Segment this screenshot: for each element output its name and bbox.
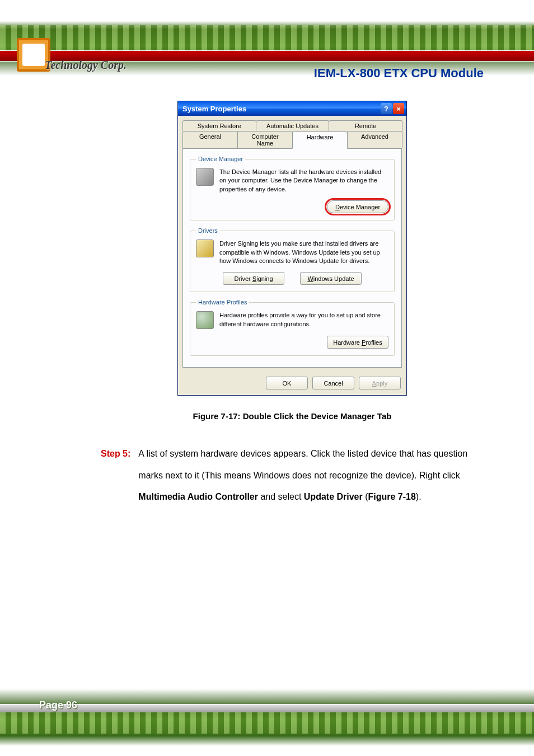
close-icon[interactable]: × [393,103,404,114]
apply-button[interactable]: Apply [359,377,401,389]
system-properties-dialog: System Properties ? × System Restore Aut… [177,101,407,396]
tab-system-restore[interactable]: System Restore [182,120,256,131]
step-text: A list of system hardware devices appear… [138,443,484,508]
hardware-profile-icon [196,311,214,329]
device-manager-legend: Device Manager [196,156,245,162]
drivers-legend: Drivers [196,227,220,234]
page-number: Page 96 [39,699,77,711]
tab-advanced[interactable]: Advanced [347,131,402,148]
ok-button[interactable]: OK [266,377,308,389]
tab-computer-name[interactable]: Computer Name [237,131,293,148]
help-icon[interactable]: ? [381,103,392,114]
cancel-button[interactable]: Cancel [312,377,354,389]
dialog-title: System Properties [182,105,246,113]
tab-general[interactable]: General [182,131,238,148]
driver-signing-button[interactable]: Driver Signing [223,272,284,285]
step-5: Step 5: A list of system hardware device… [101,443,484,508]
hardware-tab-panel: Device Manager The Device Manager lists … [182,148,402,368]
dialog-footer: OK Cancel Apply [178,372,406,395]
tab-hardware[interactable]: Hardware [292,132,348,149]
device-manager-text: The Device Manager lists all the hardwar… [219,168,388,194]
drivers-text: Driver Signing lets you make sure that i… [219,240,388,265]
hardware-profiles-button[interactable]: Hardware Profiles [327,336,388,349]
hardware-profiles-group: Hardware Profiles Hardware profiles prov… [190,299,395,356]
figure-caption: Figure 7-17: Double Click the Device Man… [101,411,484,421]
document-title: IEM-LX-800 ETX CPU Module [314,66,484,81]
tab-automatic-updates[interactable]: Automatic Updates [256,120,330,131]
certificate-icon [196,240,214,257]
step-label: Step 5: [101,443,130,464]
device-manager-icon [196,168,214,186]
footer-banner: Page 96 [0,689,534,756]
device-manager-button[interactable]: Device Manager [327,200,388,213]
hardware-profiles-legend: Hardware Profiles [196,299,249,306]
windows-update-button[interactable]: Windows Update [300,272,362,285]
brand-label: Technology Corp. [45,59,127,72]
page-content: System Properties ? × System Restore Aut… [0,84,534,508]
device-manager-group: Device Manager The Device Manager lists … [190,156,395,220]
drivers-group: Drivers Driver Signing lets you make sur… [190,227,395,292]
hardware-profiles-text: Hardware profiles provide a way for you … [219,311,388,328]
tab-remote[interactable]: Remote [329,120,402,131]
dialog-titlebar: System Properties ? × [178,101,406,116]
header-banner: Technology Corp. IEM-LX-800 ETX CPU Modu… [0,0,534,84]
